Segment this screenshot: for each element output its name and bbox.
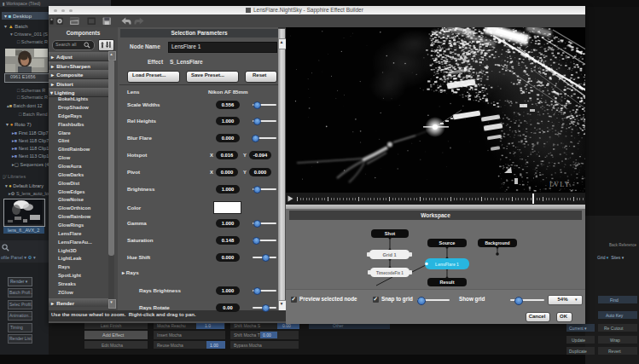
svg-text:LVLY: LVLY (549, 181, 571, 188)
svg-text:Background: Background (485, 240, 509, 246)
svg-text:LensFlare 1: LensFlare 1 (435, 262, 459, 267)
svg-text:Grid 1: Grid 1 (382, 252, 396, 257)
svg-text:Result: Result (439, 280, 454, 285)
svg-text:Shot: Shot (385, 231, 396, 236)
svg-text:Source: Source (439, 240, 456, 246)
svg-text:TimecodeFix 1: TimecodeFix 1 (376, 271, 404, 275)
